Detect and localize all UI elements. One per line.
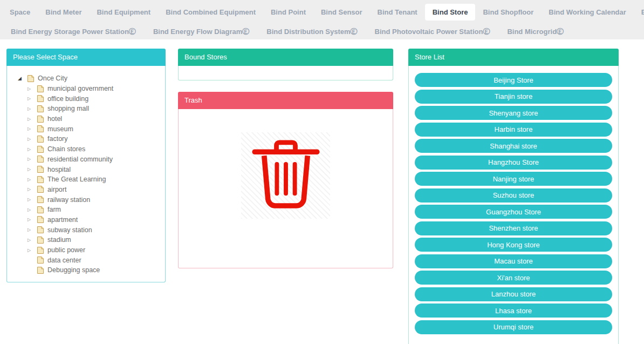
tree-item-hotel[interactable]: ▷ hotel — [28, 114, 165, 124]
folder-icon — [37, 246, 44, 254]
tree-item-label: apartment — [47, 216, 78, 224]
expand-arrow-icon[interactable]: ▷ — [28, 167, 35, 172]
tree-item-factory[interactable]: ▷ factory — [28, 134, 165, 144]
tree-item-office-building[interactable]: ▷ office building — [28, 93, 165, 104]
tree-item-data-center[interactable]: ▷ data center — [28, 255, 165, 265]
store-button-beijing-store[interactable]: Beijing Store — [415, 73, 612, 87]
tree-item-label: Debugging space — [47, 266, 100, 274]
folder-icon — [37, 85, 44, 93]
space-tree: ◢ Once City ▷ — [6, 66, 166, 282]
nav-tab-bind-combined-equipment[interactable]: Bind Combined Equipment — [158, 4, 263, 21]
store-button-hong-kong-store[interactable]: Hong Kong store — [415, 238, 612, 252]
store-button-shenyang-store[interactable]: Shenyang store — [415, 106, 612, 120]
expand-arrow-icon[interactable]: ▷ — [28, 117, 35, 122]
tree-item-label: airport — [47, 186, 66, 193]
nav-tab-bind-distribution-system[interactable]: Bind Distribution SystemⒺ — [258, 25, 366, 38]
tree-item-label: shopping mall — [47, 105, 89, 112]
store-button-hangzhou-store[interactable]: Hangzhou Store — [415, 156, 612, 170]
trash-dropzone[interactable] — [178, 109, 393, 268]
tree-item-municipal-government[interactable]: ▷ municipal government — [28, 84, 165, 94]
tree-item-label: farm — [47, 206, 61, 213]
trash-icon — [241, 132, 330, 219]
expand-arrow-icon[interactable]: ▷ — [28, 157, 35, 161]
tree-item-label: museum — [47, 125, 73, 133]
tree-item-subway-station[interactable]: ▷ subway station — [28, 225, 165, 235]
tree-item-label: The Great Learning — [47, 176, 106, 183]
expand-arrow-icon[interactable]: ▷ — [28, 106, 35, 111]
store-button-tianjin-store[interactable]: Tianjin store — [415, 90, 612, 104]
expand-arrow-icon[interactable]: ▷ — [28, 187, 35, 192]
tree-item-shopping-mall[interactable]: ▷ shopping mall — [28, 104, 165, 114]
expand-arrow-icon[interactable]: ▷ — [28, 126, 35, 131]
bound-stores-dropzone[interactable] — [178, 66, 393, 80]
store-button-lhasa-store[interactable]: Lhasa store — [415, 303, 612, 318]
nav-tab-bind-energy-flow-diagram[interactable]: Bind Energy Flow DiagramⒺ — [145, 25, 258, 38]
tree-item-debugging-space[interactable]: ▷ Debugging space — [28, 265, 165, 275]
expand-arrow-icon[interactable]: ▷ — [28, 248, 35, 253]
tree-item-label: Once City — [38, 75, 67, 82]
tree-item-farm[interactable]: ▷ farm — [28, 205, 165, 215]
nav-tab-bind-meter[interactable]: Bind Meter — [38, 4, 89, 21]
tree-item-public-power[interactable]: ▷ public power — [28, 245, 165, 255]
nav-tab-bind-photovoltaic-power-station[interactable]: Bind Photovoltaic Power StationⒺ — [366, 25, 499, 38]
tree-item-stadium[interactable]: ▷ stadium — [28, 235, 165, 245]
tree-item-airport[interactable]: ▷ airport — [28, 185, 165, 195]
store-button-macau-store[interactable]: Macau store — [415, 254, 612, 268]
tree-item-label: public power — [47, 246, 85, 254]
store-button-suzhou-store[interactable]: Suzhou store — [415, 188, 612, 203]
nav-tab-bind-point[interactable]: Bind Point — [263, 4, 313, 21]
folder-icon — [37, 145, 44, 153]
folder-icon — [37, 185, 44, 193]
store-button-shanghai-store[interactable]: Shanghai store — [415, 139, 612, 153]
store-button-urumqi-store[interactable]: Urumqi store — [415, 320, 612, 334]
nav-tab-bind-equipment[interactable]: Bind Equipment — [89, 4, 158, 21]
store-button-nanjing-store[interactable]: Nanjing store — [415, 172, 612, 186]
nav-tab-bind-shopfloor[interactable]: Bind Shopfloor — [475, 4, 541, 21]
nav-tab-bind-microgrid[interactable]: Bind MicrogridⒺ — [498, 25, 572, 38]
tree-item-chain-stores[interactable]: ▷ Chain stores — [28, 144, 165, 154]
expand-arrow-icon[interactable]: ▷ — [28, 217, 35, 222]
nav-tab-bind-sensor[interactable]: Bind Sensor — [313, 4, 370, 21]
expand-arrow-icon[interactable]: ▷ — [28, 86, 35, 91]
tree-item-apartment[interactable]: ▷ apartment — [28, 215, 165, 225]
tree-item-residential-community[interactable]: ▷ residential community — [28, 154, 165, 165]
nav-tab-space[interactable]: Space — [2, 4, 38, 21]
store-button-shenzhen-store[interactable]: Shenzhen store — [415, 221, 612, 235]
tree-item-label: stadium — [47, 236, 71, 244]
tree-item-once-city[interactable]: ◢ Once City — [18, 73, 165, 84]
store-button-guangzhou-store[interactable]: Guangzhou Store — [415, 205, 612, 219]
expand-arrow-icon[interactable]: ▷ — [28, 227, 35, 232]
expand-arrow-icon[interactable]: ▷ — [28, 238, 35, 242]
tree-item-the-great-learning[interactable]: ▷ The Great Learning — [28, 174, 165, 185]
tree-item-hospital[interactable]: ▷ hospital — [28, 164, 165, 174]
trash-panel: Trash — [178, 92, 393, 268]
folder-icon — [37, 226, 44, 234]
collapse-arrow-icon[interactable]: ◢ — [18, 76, 25, 81]
expand-arrow-icon[interactable]: ▷ — [28, 207, 35, 212]
tree-children: ▷ municipal government ▷ — [18, 84, 165, 275]
expand-arrow-icon[interactable]: ▷ — [28, 147, 35, 152]
expand-arrow-icon[interactable]: ▷ — [28, 197, 35, 202]
top-navigation: Space Bind Meter Bind Equipment Bind Com… — [0, 0, 644, 39]
nav-tab-bind-energy-storage-power-station[interactable]: Bind Energy Storage Power StationⒺ — [2, 25, 145, 38]
folder-icon — [37, 125, 44, 133]
store-button-harbin-store[interactable]: Harbin store — [415, 123, 612, 137]
expand-arrow-icon[interactable]: ▷ — [28, 137, 35, 141]
expand-arrow-icon[interactable]: ▷ — [28, 177, 35, 182]
nav-tab-bind-working-calendar[interactable]: Bind Working Calendar — [541, 4, 634, 21]
folder-icon — [37, 215, 44, 224]
tree-item-railway-station[interactable]: ▷ railway station — [28, 194, 165, 205]
folder-icon — [27, 75, 35, 83]
folder-icon — [37, 95, 44, 103]
tree-item-museum[interactable]: ▷ museum — [28, 124, 165, 134]
tree-item-label: residential community — [47, 156, 113, 163]
nav-tab-bind-command[interactable]: Bind Command Ⓔ — [634, 4, 644, 21]
nav-tab-bind-store[interactable]: Bind Store — [425, 4, 476, 21]
expand-arrow-icon[interactable]: ▷ — [28, 96, 35, 101]
nav-tab-bind-tenant[interactable]: Bind Tenant — [370, 4, 425, 21]
folder-icon — [37, 135, 44, 143]
trash-header: Trash — [178, 92, 393, 109]
store-button-xi-an-store[interactable]: Xi'an store — [415, 271, 612, 285]
store-button-lanzhou-store[interactable]: Lanzhou store — [415, 287, 612, 301]
folder-icon — [37, 155, 44, 163]
